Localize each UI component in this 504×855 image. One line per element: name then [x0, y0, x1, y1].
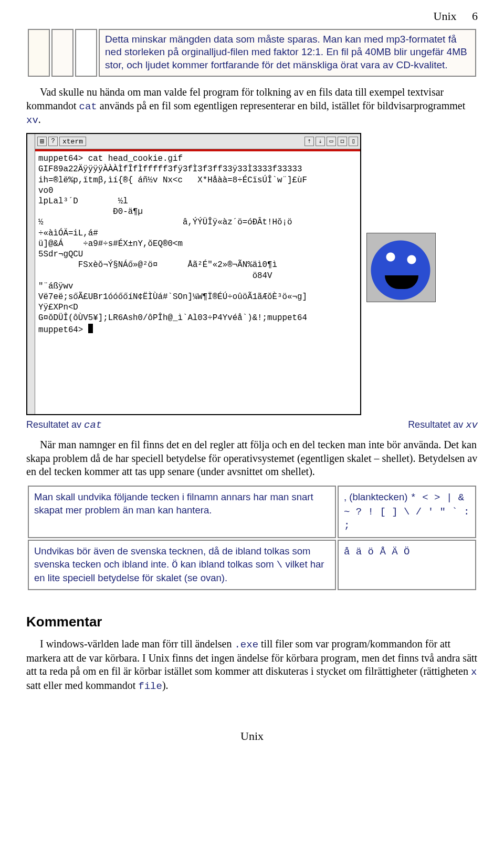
text: I windows-världen lade man förr till änd… [40, 638, 234, 650]
cursor-icon [88, 324, 93, 333]
paragraph-1: Vad skulle nu hända om man valde fel pro… [26, 86, 478, 127]
text: används på en fil som egentligen represe… [97, 100, 465, 111]
caption-right: Resultatet av xv [408, 419, 478, 431]
xterm-left-gutter [27, 134, 35, 414]
header-title: Unix [434, 9, 457, 23]
code-xv: xv [466, 419, 478, 431]
text: . [38, 114, 41, 125]
swedish-chars-list: å ä ö Å Ä Ö [338, 540, 476, 591]
code-cat: cat [84, 419, 102, 431]
avoid-chars-list: , (blanktecken) * < > | & ~ ? ! [ ] \ / … [338, 486, 476, 538]
page-header: Unix 6 [26, 7, 478, 27]
text: kan ibland tolkas som [178, 559, 277, 570]
page-number: 6 [472, 9, 478, 23]
code-cat: cat [79, 101, 97, 112]
code-xv: xv [26, 115, 38, 126]
xterm-window: ▤ ? xterm ⇡ ⇣ ▭ ◻ ▯ muppet64> cat head_c… [26, 133, 361, 415]
maximize-icon[interactable]: ◻ [338, 137, 347, 146]
code-x: x [471, 666, 477, 678]
minimize-icon[interactable]: ▯ [349, 137, 358, 146]
caption-left: Resultatet av cat [26, 419, 102, 431]
terminal-text: muppet64> cat head_cookie.gif GIF89a22Äÿ… [38, 154, 307, 335]
scroll-up-icon[interactable]: ⇡ [304, 137, 314, 146]
resize-icon[interactable]: ▭ [327, 137, 336, 146]
help-icon[interactable]: ? [48, 137, 58, 146]
paragraph-kommentar: I windows-världen lade man förr till änd… [26, 637, 478, 693]
text: , (blanktecken) [344, 491, 410, 502]
page-footer: Unix [26, 729, 478, 743]
menu-icon[interactable]: ▤ [37, 137, 47, 146]
xterm-toolbar: ▤ ? xterm ⇡ ⇣ ▭ ◻ ▯ [35, 134, 360, 149]
char-table: Man skall undvika följande tecken i filn… [26, 484, 478, 592]
window-title: xterm [59, 137, 86, 146]
text: Resultatet av [26, 419, 84, 430]
text: satt eller med kommandot [26, 679, 138, 691]
text: Resultatet av [408, 419, 466, 430]
cookie-monster-image [366, 233, 436, 302]
code-backslash: \ [277, 559, 282, 571]
code-o: Ö [172, 559, 177, 571]
avoid-chars-desc: Man skall undvika följande tecken i filn… [28, 486, 336, 538]
intro-text: Detta minskar mängden data som måste spa… [99, 29, 476, 77]
char-codes: å ä ö Å Ä Ö [344, 546, 410, 558]
scroll-down-icon[interactable]: ⇣ [316, 137, 325, 146]
heading-kommentar: Kommentar [26, 614, 478, 630]
code-exe: .exe [234, 639, 258, 651]
xterm-output: muppet64> cat head_cookie.gif GIF89a22Äÿ… [35, 151, 360, 414]
paragraph-2: När man namnger en fil finns det en del … [26, 438, 478, 479]
spacer-cell [28, 29, 50, 77]
spacer-cell [75, 29, 97, 77]
text: ). [162, 679, 169, 691]
spacer-cell [51, 29, 74, 77]
code-file: file [138, 681, 162, 692]
swedish-chars-desc: Undvikas bör även de svenska tecknen, då… [28, 540, 336, 591]
intro-table: Detta minskar mängden data som måste spa… [26, 27, 478, 78]
